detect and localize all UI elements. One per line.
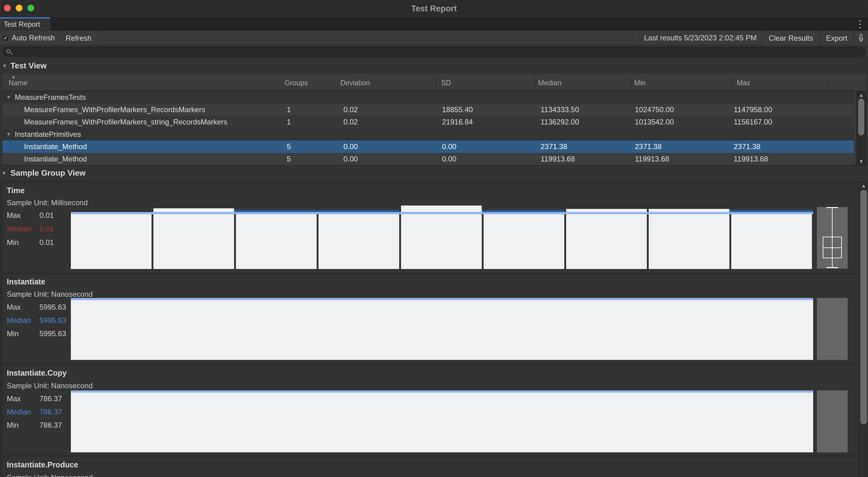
column-header-name[interactable]: Name	[9, 79, 27, 87]
quartile-line	[730, 210, 813, 212]
table-scrollbar[interactable]: ▲ ▼	[856, 91, 866, 165]
row-name: MeasureFrames_WithProfilerMarkers_string…	[24, 116, 227, 128]
clear-results-button[interactable]: Clear Results	[762, 31, 819, 45]
toolbar: ✓ Auto Refresh Refresh Last results 5/23…	[0, 31, 868, 45]
row-groups: 5	[287, 141, 291, 153]
sample-bar	[71, 393, 813, 452]
sample-group-panel-instantiate-copy: Instantiate.Copy Sample Unit: Nanosecond…	[2, 365, 858, 455]
scroll-up-icon[interactable]: ▲	[859, 183, 868, 188]
sample-group-title: Instantiate.Produce	[7, 460, 78, 469]
sample-unit-label: Sample Unit: Nanosecond	[7, 382, 93, 390]
section-sample-group-view-header[interactable]: ▼ Sample Group View	[0, 167, 868, 181]
boxplot-median	[823, 247, 842, 248]
row-max: 2371.38	[734, 141, 761, 153]
time-bar-chart	[71, 203, 813, 269]
stat-value-median: 0.01	[39, 225, 54, 233]
scroll-up-icon[interactable]: ▲	[857, 92, 866, 98]
sample-group-view-title: Sample Group View	[10, 168, 86, 178]
stat-label-max: Max	[7, 394, 21, 403]
row-median: 2371.38	[540, 141, 567, 153]
column-header-max[interactable]: Max	[737, 79, 750, 87]
boxplot-cap-bottom	[827, 267, 838, 268]
row-groups: 5	[287, 153, 291, 165]
auto-refresh-checkbox[interactable]: ✓	[2, 35, 9, 41]
question-icon: ?	[859, 34, 863, 41]
auto-refresh-label: Auto Refresh	[9, 34, 59, 42]
column-header-median[interactable]: Median	[538, 79, 561, 87]
table-row-group[interactable]: ▼ InstantiatePrimitives	[2, 128, 854, 141]
table-row[interactable]: MeasureFrames_WithProfilerMarkers_string…	[2, 116, 854, 128]
column-header-min[interactable]: Min	[634, 79, 646, 87]
sample-bar	[71, 214, 152, 269]
sort-ascending-icon: ▲	[12, 74, 16, 79]
sample-group-area: Time Sample Unit: Millisecond Max 0.01 M…	[0, 181, 868, 477]
row-median: 119913.68	[540, 153, 575, 165]
sample-bar	[484, 214, 564, 269]
row-triangle-icon[interactable]: ▼	[6, 91, 11, 103]
column-header-sd[interactable]: SD	[441, 79, 451, 87]
boxplot-cap-top	[827, 207, 838, 208]
section-test-view-header[interactable]: ▼ Test View	[0, 60, 868, 74]
kebab-menu-icon[interactable]: ⋮	[855, 18, 866, 30]
sample-bar	[566, 209, 647, 269]
tab-test-report[interactable]: Test Report	[0, 17, 50, 31]
outer-scrollbar[interactable]: ▲	[859, 181, 868, 477]
row-name: MeasureFrames_WithProfilerMarkers_Record…	[24, 103, 205, 116]
row-sd: 0.00	[442, 153, 457, 165]
stat-label-max: Max	[7, 303, 21, 311]
column-divider	[827, 74, 828, 91]
table-row-group[interactable]: ▼ MeasureFramesTests	[2, 91, 854, 103]
sample-bar	[401, 206, 482, 269]
row-min: 119913.68	[635, 153, 669, 165]
search-input[interactable]	[2, 47, 866, 57]
title-bar: Test Report	[0, 0, 868, 17]
row-groups: 1	[287, 116, 291, 128]
column-header-groups[interactable]: Groups	[285, 79, 308, 87]
search-icon	[6, 49, 10, 53]
sample-group-panel-instantiate: Instantiate Sample Unit: Nanosecond Max …	[2, 274, 858, 364]
sample-unit-label: Sample Unit: Nanosecond	[7, 473, 93, 477]
last-results-label: Last results 5/23/2023 2:02:45 PM	[638, 31, 762, 45]
table-row[interactable]: MeasureFrames_WithProfilerMarkers_Record…	[2, 103, 854, 116]
sample-group-title: Time	[7, 186, 25, 195]
row-groups: 1	[287, 103, 291, 116]
help-button[interactable]: ?	[854, 31, 868, 45]
median-line	[71, 212, 813, 214]
median-line	[71, 390, 813, 393]
row-name: Instantiate_Method	[24, 141, 87, 153]
refresh-button[interactable]: Refresh	[59, 31, 98, 45]
stat-label-median: Median	[7, 316, 31, 325]
row-median: 1136292.00	[540, 116, 579, 128]
scrollbar-thumb[interactable]	[858, 99, 864, 136]
sample-bar	[649, 209, 730, 269]
sample-bar	[71, 300, 813, 360]
row-max: 119913.68	[734, 153, 768, 165]
column-header-deviation[interactable]: Deviation	[340, 79, 370, 87]
export-button[interactable]: Export	[819, 31, 854, 45]
instantiate-bar-chart	[71, 298, 813, 360]
row-triangle-icon[interactable]: ▼	[6, 128, 11, 141]
row-deviation: 0.00	[343, 153, 358, 165]
scrollbar-thumb[interactable]	[860, 190, 867, 424]
row-deviation: 0.02	[343, 103, 358, 116]
boxplot	[817, 298, 848, 360]
row-max: 1147958.00	[734, 103, 772, 116]
column-divider	[535, 74, 536, 91]
row-min: 1013542.00	[635, 116, 674, 128]
table-row[interactable]: Instantiate_Method 5 0.00 0.00 119913.68…	[2, 153, 854, 165]
row-sd: 21916.84	[442, 116, 473, 128]
table-row-selected[interactable]: Instantiate_Method 5 0.00 0.00 2371.38 2…	[2, 141, 854, 153]
scroll-down-icon[interactable]: ▼	[857, 159, 866, 164]
collapse-triangle-icon[interactable]: ▼	[2, 63, 7, 69]
collapse-triangle-icon[interactable]: ▼	[1, 170, 7, 177]
row-deviation: 0.02	[343, 116, 358, 128]
row-max: 1156167.00	[734, 116, 772, 128]
quartile-line	[234, 210, 399, 212]
stat-value-median: 786.37	[39, 408, 62, 416]
row-sd: 18855.40	[442, 103, 473, 116]
stat-label-median: Median	[7, 225, 31, 233]
stat-value-max: 5995.63	[39, 303, 66, 311]
boxplot	[817, 207, 848, 269]
sample-unit-label: Sample Unit: Nanosecond	[7, 290, 93, 299]
instantiate-copy-bar-chart	[71, 390, 813, 452]
